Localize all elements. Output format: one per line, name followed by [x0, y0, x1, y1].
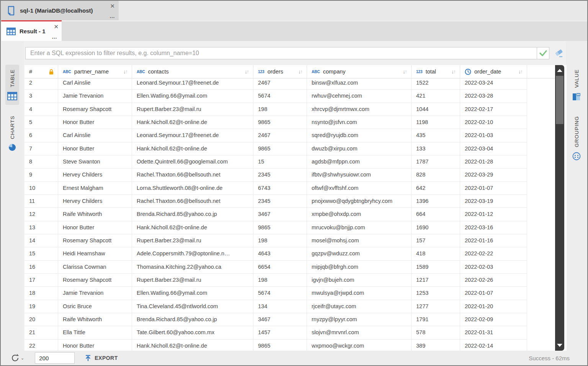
- sort-icon[interactable]: ↓↑: [123, 69, 128, 74]
- table-cell[interactable]: 4643: [253, 247, 307, 260]
- row-number-cell[interactable]: 11: [24, 195, 58, 208]
- table-row[interactable]: 2Carl AinslieLeonard.Seymour.17@freenet.…: [24, 78, 555, 90]
- table-cell[interactable]: Hank.Nicholl.62@t-online.de: [132, 340, 253, 351]
- table-cell[interactable]: 664: [412, 208, 460, 221]
- sort-icon[interactable]: ↓↑: [403, 69, 407, 74]
- scroll-up-arrow[interactable]: [555, 65, 564, 76]
- table-cell[interactable]: 2022-02-17: [460, 103, 527, 116]
- table-cell[interactable]: xhrcvp@djmrtmwx.com: [307, 103, 412, 116]
- table-cell[interactable]: 9865: [253, 116, 307, 129]
- table-cell[interactable]: nsynto@jsfvn.com: [307, 116, 412, 129]
- table-cell[interactable]: oftwf@xvfftshf.com: [307, 182, 412, 195]
- table-cell[interactable]: dwuzb@xirpu.com: [307, 142, 412, 155]
- table-cell[interactable]: Rosemary Shapcott: [58, 274, 132, 287]
- row-number-cell[interactable]: 19: [24, 300, 58, 313]
- sort-icon[interactable]: ↓↑: [298, 69, 303, 74]
- table-cell[interactable]: 1787: [412, 155, 460, 168]
- table-cell[interactable]: 2022-03-16: [460, 221, 527, 234]
- table-cell[interactable]: Brenda.Richard.85@yahoo.co.jp: [132, 313, 253, 326]
- table-cell[interactable]: 5674: [253, 287, 307, 300]
- editor-tab-sql1[interactable]: sql-1 (MariaDB@localhost) ✕ …: [1, 1, 119, 20]
- row-number-cell[interactable]: 20: [24, 313, 58, 326]
- table-cell[interactable]: 2022-02-14: [460, 340, 527, 351]
- row-number-cell[interactable]: 6: [24, 129, 58, 142]
- sort-icon[interactable]: ↓↑: [245, 69, 249, 74]
- table-cell[interactable]: 1457: [253, 326, 307, 339]
- row-number-cell[interactable]: 13: [24, 221, 58, 234]
- table-cell[interactable]: xmpbe@ohxdp.com: [307, 208, 412, 221]
- table-cell[interactable]: 5674: [253, 90, 307, 103]
- result-tab[interactable]: Result - 1 ✕ …: [1, 21, 62, 41]
- filter-input[interactable]: [25, 47, 537, 59]
- table-cell[interactable]: Ella Tittle: [58, 326, 132, 339]
- table-cell[interactable]: 389: [412, 340, 460, 351]
- table-cell[interactable]: 133: [412, 142, 460, 155]
- table-cell[interactable]: gqzpv@wduzz.com: [307, 247, 412, 260]
- table-cell[interactable]: Ellen.Watling.66@ymail.com: [132, 90, 253, 103]
- table-cell[interactable]: 2467: [253, 129, 307, 142]
- table-row[interactable]: 10Ernest MalghamLorna.Shuttleworth.08@t-…: [24, 182, 555, 195]
- scroll-down-arrow[interactable]: [555, 340, 564, 351]
- table-cell[interactable]: Hank.Nicholl.62@t-online.de: [132, 142, 253, 155]
- table-row[interactable]: 19Osric BruceTina.Cleveland.45@ntlworld.…: [24, 300, 555, 313]
- table-cell[interactable]: 1044: [412, 103, 460, 116]
- close-icon[interactable]: ✕: [110, 3, 115, 9]
- column-header-total[interactable]: 123 total ↓↑: [412, 65, 460, 78]
- table-cell[interactable]: 828: [412, 168, 460, 181]
- table-cell[interactable]: 1217: [412, 274, 460, 287]
- table-row[interactable]: 16Clarissa CowmanThomasina.Kitching.22@y…: [24, 261, 555, 274]
- table-cell[interactable]: sqred@ryujdb.com: [307, 129, 412, 142]
- row-number-cell[interactable]: 18: [24, 287, 58, 300]
- table-cell[interactable]: wxpmoo@wckgr.com: [307, 340, 412, 351]
- table-row[interactable]: 21Ella TittleTate.Gilbert.60@yahoo.com.m…: [24, 326, 555, 339]
- table-row[interactable]: 15Heidi HearnshawAdele.Coppersmith.79@op…: [24, 247, 555, 260]
- table-cell[interactable]: 421: [412, 90, 460, 103]
- table-cell[interactable]: 642: [412, 182, 460, 195]
- table-cell[interactable]: slojvn@mrvnrl.com: [307, 326, 412, 339]
- table-row[interactable]: 22Honor ButterHank.Nicholl.62@t-online.d…: [24, 340, 555, 351]
- table-cell[interactable]: Hervey Childers: [58, 168, 132, 181]
- tab-value[interactable]: VALUE 1: [570, 65, 583, 105]
- table-row[interactable]: 6Carl AinslieLeonard.Seymour.17@freenet.…: [24, 129, 555, 142]
- table-cell[interactable]: Jamie Trevanion: [58, 287, 132, 300]
- table-cell[interactable]: 2345: [253, 168, 307, 181]
- table-cell[interactable]: Heidi Hearnshaw: [58, 247, 132, 260]
- scrollbar-thumb[interactable]: [556, 76, 564, 124]
- table-cell[interactable]: 2022-01-03: [460, 129, 527, 142]
- table-cell[interactable]: Rachel.Thaxton.66@bellsouth.net: [132, 168, 253, 181]
- table-cell[interactable]: Clarissa Cowman: [58, 261, 132, 274]
- table-cell[interactable]: 2022-01-31: [460, 326, 527, 339]
- table-row[interactable]: 7Honor ButterHank.Nicholl.62@t-online.de…: [24, 142, 555, 155]
- table-cell[interactable]: 418: [412, 247, 460, 260]
- table-cell[interactable]: Rachel.Thaxton.66@bellsouth.net: [132, 195, 253, 208]
- row-number-cell[interactable]: 14: [24, 234, 58, 247]
- column-header-company[interactable]: ABC company ↓↑: [307, 65, 412, 78]
- table-cell[interactable]: 9865: [253, 340, 307, 351]
- row-number-cell[interactable]: 10: [24, 182, 58, 195]
- table-cell[interactable]: 198: [253, 103, 307, 116]
- table-cell[interactable]: agdsb@mfppn.com: [307, 155, 412, 168]
- table-cell[interactable]: Tina.Cleveland.45@ntlworld.com: [132, 300, 253, 313]
- table-cell[interactable]: 134: [253, 300, 307, 313]
- table-cell[interactable]: 1791: [412, 313, 460, 326]
- table-row[interactable]: 18Jamie TrevanionEllen.Watling.66@ymail.…: [24, 287, 555, 300]
- tab-menu-icon[interactable]: …: [109, 13, 115, 19]
- table-cell[interactable]: Ernest Malgham: [58, 182, 132, 195]
- table-cell[interactable]: 198: [253, 234, 307, 247]
- tab-table[interactable]: TABLE: [5, 65, 19, 105]
- table-cell[interactable]: Adele.Coppersmith.79@optonline.n…: [132, 247, 253, 260]
- row-number-cell[interactable]: 7: [24, 142, 58, 155]
- table-cell[interactable]: Osric Bruce: [58, 300, 132, 313]
- table-cell[interactable]: mosel@mohsj.com: [307, 234, 412, 247]
- row-number-cell[interactable]: 22: [24, 340, 58, 351]
- table-cell[interactable]: Thomasina.Kitching.22@yahoo.ca: [132, 261, 253, 274]
- table-cell[interactable]: 2022-02-26: [460, 274, 527, 287]
- sort-icon[interactable]: ↓↑: [451, 69, 456, 74]
- table-cell[interactable]: Rupert.Barber.23@mail.ru: [132, 234, 253, 247]
- table-cell[interactable]: 2022-02-09: [460, 313, 527, 326]
- table-cell[interactable]: rjceifr@utayc.com: [307, 300, 412, 313]
- table-cell[interactable]: Steve Swanton: [58, 155, 132, 168]
- table-cell[interactable]: mipjqb@bfrgh.com: [307, 261, 412, 274]
- table-cell[interactable]: 1277: [412, 300, 460, 313]
- row-number-cell[interactable]: 4: [24, 103, 58, 116]
